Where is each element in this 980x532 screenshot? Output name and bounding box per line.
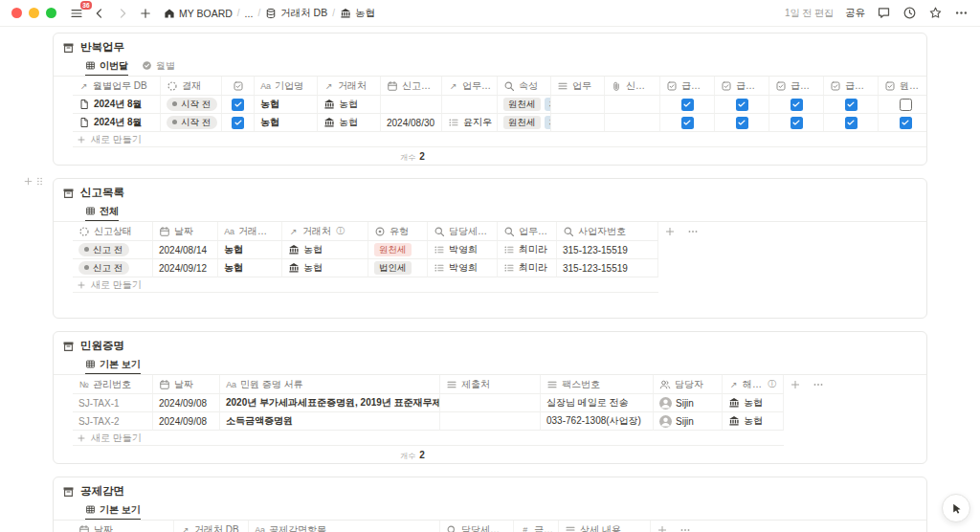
column-header-담당자[interactable]: 담당자 (654, 375, 723, 394)
table-cell-bank[interactable]: 농협 (318, 96, 381, 114)
table-cell-status[interactable]: 시작 전 (161, 114, 222, 132)
table-cell-empty[interactable] (381, 96, 442, 114)
column-header-기업명[interactable]: Aa기업명 (255, 77, 318, 96)
column-header-속성[interactable]: 속성 (498, 77, 551, 96)
column-header-날짜[interactable]: 날짜 (73, 521, 174, 532)
zoom-button[interactable] (46, 8, 56, 18)
table-cell-checkbox[interactable] (824, 96, 879, 114)
table-cell-page[interactable]: 2024년 8월 (73, 96, 161, 114)
checkbox-checked[interactable] (845, 117, 858, 129)
column-header-급여|연락[interactable]: 급여|연락 (824, 77, 879, 96)
close-button[interactable] (11, 8, 22, 18)
checkbox-checked[interactable] (900, 117, 912, 129)
checkbox-checked[interactable] (736, 117, 748, 129)
table-cell-text[interactable]: 2024/09/08 (153, 394, 220, 412)
checkbox-checked[interactable] (736, 99, 748, 111)
column-header-업무[interactable]: 업무 (551, 77, 605, 96)
table-cell-text[interactable]: 실장님 메일로 전송 (541, 394, 654, 412)
column-header-해당 ...[interactable]: ↗해당 ...ⓘ (723, 375, 784, 394)
column-header-급여|자료[interactable]: 급여|자료 (715, 77, 769, 96)
table-cell-tags[interactable]: 원천세 (368, 241, 428, 259)
table-cell-checkbox[interactable] (715, 96, 769, 114)
sidebar-toggle-button[interactable]: 36 (68, 5, 85, 22)
table-cell-status[interactable]: 신고 전 (73, 259, 153, 277)
table-cell-tags[interactable]: 원천세지급명세서 (498, 114, 551, 132)
table-options-button[interactable] (681, 222, 704, 241)
table-cell-bank[interactable]: 농협 (282, 241, 368, 259)
table-cell-status[interactable]: 시작 전 (161, 96, 222, 114)
table-cell-rel[interactable]: 박영희 (428, 241, 498, 259)
minimize-button[interactable] (29, 8, 39, 18)
breadcrumb-db[interactable]: 거래처 DB (265, 7, 327, 20)
checkbox-checked[interactable] (232, 99, 244, 111)
table-cell-text[interactable]: 2024/09/12 (153, 259, 218, 277)
view-tab-0[interactable]: 이번달 (85, 56, 128, 76)
table-cell-text[interactable]: 2024/08/14 (153, 241, 218, 259)
table-cell-person[interactable]: Sijin (654, 412, 723, 431)
column-header-급여|요청[interactable]: 급여|요청 (660, 77, 715, 96)
add-block-button[interactable] (23, 176, 33, 187)
table-options-button[interactable] (807, 375, 830, 394)
column-header-상세 내용[interactable]: 상세 내용 (559, 521, 651, 532)
column-header-결재[interactable]: 결재 (161, 77, 222, 96)
column-header-급여|전송[interactable]: 급여|전송 (769, 77, 824, 96)
table-cell-title[interactable]: 2020년 부가세과세표준증명원, 2019년 표준재무제표증명원 (220, 394, 440, 412)
drag-handle-icon[interactable] (34, 176, 45, 187)
column-header-원천|요청[interactable]: 원천|요청 (879, 77, 927, 96)
column-header-팩스번호[interactable]: 팩스번호 (541, 375, 654, 394)
breadcrumb-root[interactable]: MY BOARD (164, 8, 233, 19)
table-cell-checkbox[interactable] (660, 96, 715, 114)
column-header-거래처 DB[interactable]: ↗거래처 DB (174, 521, 249, 532)
table-cell-checkbox[interactable] (824, 114, 879, 132)
more-button[interactable] (954, 6, 969, 20)
column-header-업무수행자[interactable]: ↗업무수행자 (442, 77, 498, 96)
column-header-월별업무 DB[interactable]: ↗월별업무 DB (73, 77, 161, 96)
table-cell-checkbox[interactable] (769, 96, 824, 114)
view-tab-1[interactable]: 월별 (142, 56, 175, 76)
share-button[interactable]: 공유 (845, 7, 865, 20)
checkbox-checked[interactable] (681, 99, 694, 111)
table-cell-status[interactable]: 신고 전 (73, 241, 153, 259)
history-button[interactable] (902, 6, 917, 20)
column-header-거래처[interactable]: ↗거래처ⓘ (282, 222, 368, 241)
back-button[interactable] (91, 5, 108, 22)
table-cell-empty[interactable] (551, 114, 605, 132)
table-cell-empty[interactable] (551, 96, 605, 114)
column-header-담당세무사[interactable]: 담당세무사 (440, 521, 514, 532)
table-cell-title[interactable]: 농협 (218, 259, 282, 277)
checkbox-unchecked[interactable] (900, 99, 912, 111)
checkbox-checked[interactable] (681, 117, 694, 129)
column-header-제출처[interactable]: 제출처 (440, 375, 541, 394)
table-cell-rel[interactable]: 최미라 (498, 241, 557, 259)
table-cell-checkbox[interactable] (222, 114, 255, 132)
new-page-button[interactable] (137, 5, 154, 22)
new-row-button[interactable]: 새로 만들기 (73, 277, 658, 293)
table-cell-person[interactable]: Sijin (654, 394, 723, 412)
table-cell-bank[interactable]: 농협 (723, 412, 784, 431)
column-header-거래처명[interactable]: Aa거래처명 (218, 222, 282, 241)
table-cell-empty[interactable] (605, 96, 660, 114)
column-header-공제감면항목[interactable]: Aa공제감면항목 (249, 521, 440, 532)
table-cell-title[interactable]: 농협 (255, 96, 318, 114)
table-cell-text[interactable]: 315-123-15519 (557, 259, 658, 277)
column-header-신고마감일[interactable]: 신고마감일 (381, 77, 442, 96)
checkbox-checked[interactable] (232, 117, 244, 129)
table-options-button[interactable] (674, 521, 697, 532)
table-cell-bank[interactable]: 농협 (282, 259, 368, 277)
checkbox-checked[interactable] (845, 99, 858, 111)
column-header-유형[interactable]: 유형 (368, 222, 428, 241)
table-cell-rel[interactable]: 최미라 (498, 259, 557, 277)
table-cell-empty[interactable] (605, 114, 660, 132)
table-cell-text[interactable]: 033-762-1308(사업장) (541, 412, 654, 431)
view-tab-0[interactable]: 기본 보기 (85, 355, 141, 374)
column-header-신고상태[interactable]: 신고상태 (73, 222, 153, 241)
view-tab-0[interactable]: 전체 (85, 202, 119, 221)
table-cell-checkbox[interactable] (879, 96, 927, 114)
table-cell-text[interactable]: 2024/08/30 (381, 114, 442, 132)
table-cell-page[interactable]: 2024년 8월 (73, 114, 161, 132)
table-cell-bank[interactable]: 농협 (723, 394, 784, 412)
table-cell-empty[interactable] (440, 394, 541, 412)
column-header-날짜[interactable]: 날짜 (153, 222, 218, 241)
new-row-button[interactable]: 새로 만들기 (73, 132, 927, 147)
column-header-업무수행자[interactable]: 업무수행자 (498, 222, 557, 241)
